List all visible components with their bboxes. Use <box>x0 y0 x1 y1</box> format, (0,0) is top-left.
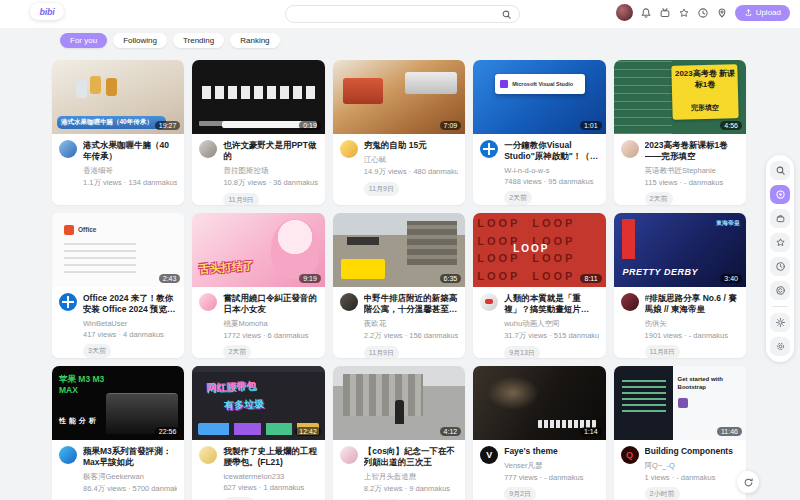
uploader-avatar[interactable] <box>480 293 498 311</box>
video-meta-column: 蘋果M3系列首發評測：Max早該如此 极客湾Geekerwan 86.4万 vi… <box>83 446 177 500</box>
rail-theme-button[interactable] <box>770 313 790 332</box>
date-badge: 11月8日 <box>645 345 680 358</box>
video-card[interactable]: 6:35 中野牛排店附近的新築高階公寓，十分溫馨甚至九分乾淨 夜欧花 2.2万 … <box>333 213 465 358</box>
video-thumbnail[interactable]: 4:12 <box>333 366 465 440</box>
rail-history-button[interactable] <box>770 257 790 276</box>
uploader-avatar[interactable] <box>340 293 358 311</box>
sun-icon <box>775 317 786 328</box>
uploader-avatar[interactable] <box>340 446 358 464</box>
video-thumbnail[interactable]: 東海帝皇 PRETTY DERBY 3:40 <box>614 213 746 287</box>
uploader-avatar[interactable] <box>621 140 639 158</box>
rail-client-button[interactable] <box>770 185 790 204</box>
video-meta-column: #排版思路分享 No.6 / 賽馬娘 // 東海帝皇 伤俱矢 1901 view… <box>645 293 739 358</box>
refresh-button[interactable] <box>737 471 759 493</box>
tab-trending[interactable]: Trending <box>173 33 224 48</box>
tab-ranking[interactable]: Ranking <box>230 33 279 48</box>
uploader-avatar[interactable] <box>480 446 498 464</box>
location-pin-icon[interactable] <box>716 7 728 19</box>
date-badge: 9月2日 <box>504 487 536 500</box>
video-info: 中野牛排店附近的新築高階公寓，十分溫馨甚至九分乾淨 夜欧花 2.2万 views… <box>333 287 465 358</box>
video-stats: 2.2万 views · 156 danmakus <box>364 331 458 341</box>
video-thumbnail[interactable]: Office 2:43 <box>52 213 184 287</box>
video-card[interactable]: 7:09 穷鬼的自助 15元 江心赋 14.9万 views · 480 dan… <box>333 60 465 205</box>
duration-badge: 3:40 <box>720 274 742 283</box>
tab-for-you[interactable]: For you <box>60 33 107 48</box>
rail-divider <box>772 306 788 307</box>
video-meta-column: 港式水果咖喱牛腩（40年传承） 香港细哥 1.1万 views · 134 da… <box>83 140 177 188</box>
duration-badge: 22:56 <box>155 427 181 436</box>
video-thumbnail[interactable]: 1:14 <box>473 366 605 440</box>
history-icon[interactable] <box>697 7 709 19</box>
date-badge: 2小时前 <box>645 487 680 500</box>
star-icon[interactable] <box>678 7 690 19</box>
uploader-name: 英语教书匠Stephanie <box>645 166 739 176</box>
upload-button[interactable]: Upload <box>735 5 790 21</box>
video-card[interactable]: 舌头打结了 9:19 嘗試用繞口令糾正發音的日本小女友 桃菓Momoha 177… <box>192 213 324 358</box>
uploader-avatar[interactable] <box>199 293 217 311</box>
duration-badge: 7:09 <box>440 121 462 130</box>
rail-bag-button[interactable] <box>770 209 790 228</box>
video-card[interactable]: 4:12 【cos向】紀念一下在不列顛出道的三次王 上智月头盔道麿 8.2万 v… <box>333 366 465 500</box>
video-card[interactable]: 网红腰带包 有多垃圾 12:42 我製作了史上最爛的工程腰帶包。(FL21) i… <box>192 366 324 500</box>
uploader-avatar[interactable] <box>340 140 358 158</box>
video-thumbnail[interactable]: 2023高考卷 新课标1卷 完形填空 4:56 <box>614 60 746 134</box>
video-stats: 86.4万 views · 5700 danmakus <box>83 484 177 494</box>
rail-copyright-button[interactable] <box>770 281 790 300</box>
video-info: Faye's theme Venser凡瑟 777 views · - danm… <box>473 440 605 500</box>
uploader-avatar[interactable] <box>621 293 639 311</box>
video-thumbnail[interactable]: 0:19 <box>192 60 324 134</box>
video-thumbnail[interactable]: Microsoft Visual Studio 1:01 <box>473 60 605 134</box>
bell-icon[interactable] <box>640 7 652 19</box>
thumbnail-overlay-text-2: 有多垃圾 <box>224 397 265 413</box>
video-thumbnail[interactable]: Get started with Bootstrap 11:46 <box>614 366 746 440</box>
video-card[interactable]: LOOP 8:11 人類的本質就是「重複」？搞笑動畫短片《LOOP》 wuhu动… <box>473 213 605 358</box>
date-badge: 3天前 <box>83 344 111 358</box>
uploader-avatar[interactable] <box>621 446 639 464</box>
rail-settings-button[interactable] <box>770 337 790 356</box>
search-input[interactable] <box>286 10 501 19</box>
uploader-name: icewatermelon233 <box>223 472 317 481</box>
video-thumbnail[interactable]: 7:09 <box>333 60 465 134</box>
video-card[interactable]: 2023高考卷 新课标1卷 完形填空 4:56 2023高考卷新课标1卷——完形… <box>614 60 746 205</box>
video-thumbnail[interactable]: 舌头打结了 9:19 <box>192 213 324 287</box>
user-avatar[interactable] <box>616 4 633 21</box>
video-card[interactable]: 1:14 Faye's theme Venser凡瑟 777 views · -… <box>473 366 605 500</box>
tv-icon[interactable] <box>659 7 671 19</box>
video-thumbnail[interactable]: 港式水果咖喱牛腩（40年传承） 19:27 <box>52 60 184 134</box>
video-card[interactable]: 苹果 M3 M3 MAX 性能分析 22:56 蘋果M3系列首發評測：Max早該… <box>52 366 184 500</box>
site-logo[interactable]: bibi <box>30 3 64 20</box>
video-card[interactable]: Office 2:43 Office 2024 来了！教你安装 Office 2… <box>52 213 184 358</box>
video-stats: 14.9万 views · 480 danmakus <box>364 167 458 177</box>
uploader-avatar[interactable] <box>480 140 498 158</box>
uploader-name: WinBetaUser <box>83 319 177 328</box>
video-thumbnail[interactable]: 苹果 M3 M3 MAX 性能分析 22:56 <box>52 366 184 440</box>
video-thumbnail[interactable]: 网红腰带包 有多垃圾 12:42 <box>192 366 324 440</box>
video-card[interactable]: 東海帝皇 PRETTY DERBY 3:40 #排版思路分享 No.6 / 賽馬… <box>614 213 746 358</box>
uploader-avatar[interactable] <box>199 140 217 158</box>
video-card[interactable]: 0:19 也许文豪野犬是用PPT做的 普拉图斯控场 10.8万 views · … <box>192 60 324 205</box>
date-badge: 9月13日 <box>504 346 540 358</box>
video-card[interactable]: Microsoft Visual Studio 1:01 一分鐘教你Visual… <box>473 60 605 205</box>
search-icon[interactable] <box>501 9 512 20</box>
video-meta-column: 穷鬼的自助 15元 江心赋 14.9万 views · 480 danmakus… <box>364 140 458 196</box>
video-card[interactable]: Get started with Bootstrap 11:46 Buildin… <box>614 366 746 500</box>
video-stats: 417 views · 4 danmakus <box>83 330 177 339</box>
uploader-name: 上智月头盔道麿 <box>364 472 458 482</box>
video-meta-column: 嘗試用繞口令糾正發音的日本小女友 桃菓Momoha 1772 views · 6… <box>223 293 317 358</box>
video-thumbnail[interactable]: LOOP 8:11 <box>473 213 605 287</box>
video-title: 人類的本質就是「重複」？搞笑動畫短片《LOOP》 <box>504 293 598 315</box>
rail-favorites-button[interactable] <box>770 233 790 252</box>
uploader-avatar[interactable] <box>59 293 77 311</box>
date-badge: 2天前 <box>645 192 673 205</box>
uploader-avatar[interactable] <box>199 446 217 464</box>
video-card[interactable]: 港式水果咖喱牛腩（40年传承） 19:27 港式水果咖喱牛腩（40年传承） 香港… <box>52 60 184 205</box>
uploader-name: 香港细哥 <box>83 166 177 176</box>
uploader-avatar[interactable] <box>59 446 77 464</box>
tab-following[interactable]: Following <box>113 33 167 48</box>
thumbnail-overlay-text: 苹果 M3 M3 MAX <box>59 374 111 395</box>
video-info: 蘋果M3系列首發評測：Max早該如此 极客湾Geekerwan 86.4万 vi… <box>52 440 184 500</box>
feed-tabs: For you Following Trending Ranking <box>60 33 280 48</box>
uploader-avatar[interactable] <box>59 140 77 158</box>
rail-search-button[interactable] <box>770 161 790 180</box>
video-thumbnail[interactable]: 6:35 <box>333 213 465 287</box>
